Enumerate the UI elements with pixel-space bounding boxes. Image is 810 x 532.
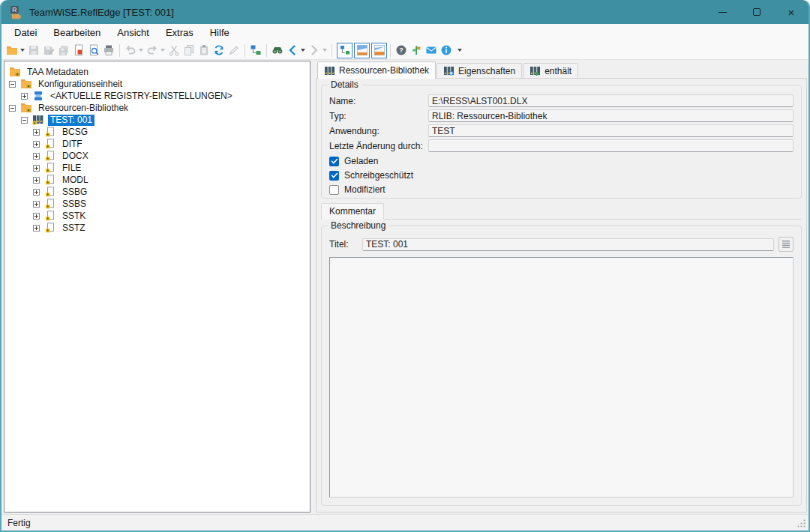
mail-icon [425, 44, 437, 56]
page-lock-icon [44, 211, 56, 221]
modifiziert-checkbox[interactable] [329, 185, 339, 195]
geladen-checkbox[interactable] [329, 157, 339, 166]
view-split-toggle[interactable] [354, 43, 370, 58]
tab-eigenschaften[interactable]: Eigenschaften [436, 63, 522, 78]
mail-button[interactable] [424, 43, 439, 58]
print-button[interactable] [101, 43, 116, 58]
export-page-button[interactable] [71, 43, 86, 58]
info-button[interactable] [439, 43, 454, 58]
collapse-expander-icon[interactable] [9, 81, 16, 88]
view-tree-toggle[interactable] [337, 43, 352, 58]
expand-expander-icon[interactable] [21, 93, 28, 100]
save-as-button[interactable] [41, 43, 56, 58]
view-bottom-toggle[interactable] [371, 43, 387, 58]
typ-field[interactable] [428, 109, 794, 122]
toolbar: ? [2, 41, 808, 60]
copy-button[interactable] [182, 43, 196, 58]
menu-ansicht[interactable]: Ansicht [109, 25, 158, 40]
save-button[interactable] [26, 43, 41, 58]
tree-item-file[interactable]: FILE [4, 162, 310, 174]
schreibgeschuetzt-label: Schreibgeschützt [344, 170, 413, 181]
pencil-icon [228, 44, 240, 56]
undo-button[interactable] [123, 43, 138, 58]
tree-item-test-001[interactable]: TEST: 001 [4, 114, 310, 126]
undo-dropdown-icon[interactable] [139, 49, 143, 52]
titel-field[interactable] [362, 238, 774, 251]
minimize-button[interactable] [705, 0, 740, 24]
detail-tabstrip: Ressourcen-Bibliothek Eigenschaften enth… [316, 61, 807, 78]
kommentar-tabstrip: Kommentar [321, 203, 802, 220]
tree-item-modl[interactable]: MODL [4, 174, 310, 186]
tree-item-taa-metadaten[interactable]: TAA Metadaten [4, 66, 310, 78]
maximize-button[interactable] [740, 0, 774, 24]
menu-hilfe[interactable]: Hilfe [202, 25, 238, 40]
titel-row: Titel: [329, 237, 794, 252]
tree-item-label: SSBG [60, 187, 89, 198]
redo-dropdown-icon[interactable] [160, 49, 165, 52]
redo-button[interactable] [145, 43, 160, 58]
tree-item-label: TEST: 001 [48, 115, 94, 126]
back-dropdown-icon[interactable] [301, 49, 305, 52]
tab-ressourcen-bibliothek[interactable]: Ressourcen-Bibliothek [317, 61, 436, 79]
collapse-expander-icon[interactable] [9, 105, 16, 112]
menu-datei[interactable]: Datei [6, 25, 45, 40]
close-button[interactable]: × [774, 0, 808, 24]
menu-bearbeiten[interactable]: Bearbeiten [45, 25, 109, 40]
search-button[interactable] [270, 43, 285, 58]
schreibgeschuetzt-checkbox[interactable] [329, 171, 339, 181]
print-preview-button[interactable] [86, 43, 101, 58]
name-field[interactable] [428, 94, 794, 107]
tree-structure-button[interactable] [248, 43, 263, 58]
anwendung-field[interactable] [428, 124, 794, 137]
tree-item-ditf[interactable]: DITF [4, 138, 310, 150]
expand-expander-icon[interactable] [33, 177, 40, 184]
titel-list-button[interactable] [778, 237, 794, 252]
detail-panel: Ressourcen-Bibliothek Eigenschaften enth… [316, 61, 807, 513]
save-all-button[interactable] [56, 43, 71, 58]
tree-item-label: DOCX [60, 151, 91, 162]
open-button[interactable] [4, 43, 20, 58]
tree-item-registry-einstellungen[interactable]: <AKTUELLE REGISTRY-EINSTELLUNGEN> [4, 90, 310, 102]
expand-expander-icon[interactable] [33, 189, 40, 196]
letzte-aenderung-field[interactable] [428, 139, 794, 152]
forward-button[interactable] [307, 43, 322, 58]
expand-expander-icon[interactable] [33, 213, 40, 220]
open-dropdown-icon[interactable] [20, 49, 25, 52]
expand-expander-icon[interactable] [33, 225, 40, 232]
beschreibung-textarea[interactable] [329, 257, 794, 498]
resize-grip[interactable] [796, 519, 806, 528]
menu-extras[interactable]: Extras [158, 25, 202, 40]
tree-item-ressourcen-bibliothek[interactable]: Ressourcen-Bibliothek [4, 102, 310, 114]
panel-splitter[interactable] [310, 60, 316, 514]
tree-item-ssbs[interactable]: SSBS [4, 198, 310, 210]
tree-item-konfigurationseinheit[interactable]: Konfigurationseinheit [4, 78, 310, 90]
tab-enthaelt[interactable]: enthält [523, 63, 578, 78]
expand-expander-icon[interactable] [33, 201, 40, 208]
tab-kommentar[interactable]: Kommentar [321, 203, 384, 220]
forward-dropdown-icon[interactable] [322, 49, 327, 52]
toolbar-overflow-icon[interactable] [458, 49, 462, 52]
tree-item-ssbg[interactable]: SSBG [4, 186, 310, 198]
tree-item-label: Konfigurationseinheit [36, 79, 124, 90]
tree-item-bcsg[interactable]: BCSG [4, 126, 310, 138]
paste-button[interactable] [196, 43, 212, 58]
page-lock-icon [44, 151, 56, 161]
svg-text:?: ? [399, 46, 404, 54]
expand-expander-icon[interactable] [33, 153, 40, 160]
guide-button[interactable] [409, 43, 424, 58]
help-icon: ? [395, 44, 407, 56]
refresh-button[interactable] [212, 43, 226, 58]
help-button[interactable]: ? [394, 43, 409, 58]
back-button[interactable] [285, 43, 300, 58]
expand-expander-icon[interactable] [33, 129, 40, 136]
tree-item-sstk[interactable]: SSTK [4, 210, 310, 222]
tab-label: Ressourcen-Bibliothek [339, 65, 429, 76]
edit-button[interactable] [226, 43, 242, 58]
tree-item-docx[interactable]: DOCX [4, 150, 310, 162]
cut-button[interactable] [166, 43, 182, 58]
tree-item-sstz[interactable]: SSTZ [4, 222, 310, 234]
collapse-expander-icon[interactable] [21, 117, 28, 124]
expand-expander-icon[interactable] [33, 141, 40, 148]
expand-expander-icon[interactable] [33, 165, 40, 172]
letzte-aenderung-label: Letzte Änderung durch: [329, 141, 428, 151]
